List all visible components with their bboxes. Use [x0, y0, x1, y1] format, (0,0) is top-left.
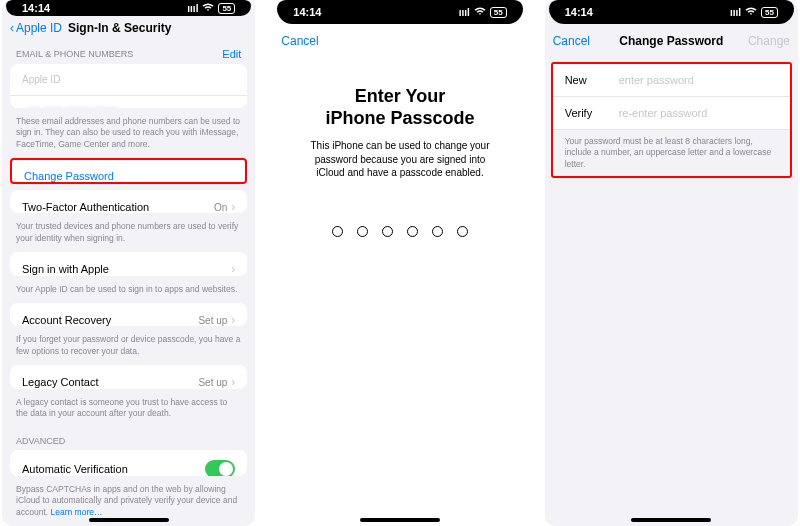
recovery-desc: If you forget your password or device pa… [2, 332, 255, 365]
cancel-button[interactable]: Cancel [281, 34, 318, 48]
back-button[interactable]: ‹ Apple ID [10, 21, 62, 35]
legacy-row[interactable]: Legacy Contact Set up› [10, 365, 247, 388]
autoverify-card: Automatic Verification [10, 450, 247, 476]
wifi-icon [474, 7, 486, 18]
password-form: New Verify Your password must be at leas… [551, 62, 792, 178]
status-time: 14:14 [22, 2, 50, 14]
siwa-desc: Your Apple ID can be used to sign in to … [2, 282, 255, 303]
signal-icon: ıııl [187, 3, 198, 14]
verify-password-row: Verify [553, 97, 790, 130]
change-password-label: Change Password [24, 170, 114, 182]
legacy-card: Legacy Contact Set up› [10, 365, 247, 388]
passcode-dot [357, 226, 368, 237]
recovery-card: Account Recovery Set up› [10, 303, 247, 326]
legacy-desc: A legacy contact is someone you trust to… [2, 395, 255, 428]
status-icons: ıııl 55 [459, 7, 507, 18]
legacy-value: Set up [198, 377, 227, 388]
new-label: New [565, 74, 619, 86]
phone-enter-passcode: 14:14 ıııl 55 Cancel Enter Your iPhone P… [273, 0, 526, 526]
autoverify-label: Automatic Verification [22, 463, 128, 475]
battery-icon: 55 [761, 7, 778, 18]
new-password-input[interactable] [619, 74, 778, 86]
two-factor-value: On [214, 202, 227, 213]
section-header-label: EMAIL & PHONE NUMBERS [16, 49, 133, 59]
signal-icon: ıııl [730, 7, 741, 18]
change-action[interactable]: Change [748, 34, 790, 48]
apple-id-label: Apple ID [22, 74, 60, 85]
chevron-right-icon: › [231, 313, 235, 326]
section-header-advanced: ADVANCED [2, 428, 255, 450]
home-indicator[interactable] [360, 518, 440, 522]
nav-bar: Cancel Change Password Change [545, 24, 798, 58]
status-time: 14:14 [565, 6, 593, 18]
two-factor-label: Two-Factor Authentication [22, 201, 149, 213]
autoverify-toggle[interactable] [205, 460, 235, 476]
verify-label: Verify [565, 107, 619, 119]
autoverify-desc-text: Bypass CAPTCHAs in apps and on the web b… [16, 484, 237, 517]
new-password-row: New [553, 64, 790, 97]
phone-row[interactable]: +## ### #### #### [10, 95, 247, 108]
siwa-label: Sign in with Apple [22, 263, 109, 275]
recovery-value: Set up [198, 315, 227, 326]
status-icons: ıııl 55 [187, 3, 235, 14]
password-requirements: Your password must be at least 8 charact… [553, 130, 790, 170]
status-bar: 14:14 ıııl 55 [6, 0, 251, 16]
status-time: 14:14 [293, 6, 321, 18]
advanced-label: ADVANCED [16, 436, 65, 446]
verify-password-input[interactable] [619, 107, 778, 119]
passcode-dot [332, 226, 343, 237]
nav-bar: ‹ Apple ID Sign-In & Security [2, 16, 255, 39]
phone-value: +## ### #### #### [22, 106, 117, 108]
change-password-button[interactable]: Change Password [12, 160, 245, 184]
two-factor-row[interactable]: Two-Factor Authentication On› [10, 190, 247, 213]
autoverify-row: Automatic Verification [10, 450, 247, 476]
battery-icon: 55 [218, 3, 235, 14]
passcode-dots[interactable] [273, 226, 526, 237]
status-bar: 14:14 ıııl 55 [277, 0, 522, 24]
change-password-card: Change Password [10, 158, 247, 184]
passcode-desc: This iPhone can be used to change your p… [273, 139, 526, 180]
apple-id-row[interactable]: Apple ID [10, 64, 247, 95]
title-line-1: Enter Your [355, 86, 445, 106]
passcode-dot [432, 226, 443, 237]
passcode-dot [382, 226, 393, 237]
chevron-left-icon: ‹ [10, 21, 14, 35]
battery-icon: 55 [490, 7, 507, 18]
wifi-icon [745, 7, 757, 18]
recovery-label: Account Recovery [22, 314, 111, 326]
status-bar: 14:14 ıııl 55 [549, 0, 794, 24]
cancel-button[interactable]: Cancel [553, 34, 590, 48]
signal-icon: ıııl [459, 7, 470, 18]
two-factor-card: Two-Factor Authentication On› [10, 190, 247, 213]
home-indicator[interactable] [89, 518, 169, 522]
edit-button[interactable]: Edit [222, 48, 241, 60]
chevron-right-icon: › [231, 375, 235, 388]
chevron-right-icon: › [231, 262, 235, 275]
chevron-right-icon: › [231, 200, 235, 213]
phone-change-password: 14:14 ıııl 55 Cancel Change Password Cha… [545, 0, 798, 526]
passcode-dot [407, 226, 418, 237]
passcode-dot [457, 226, 468, 237]
passcode-title: Enter Your iPhone Passcode [273, 58, 526, 139]
nav-bar: Cancel [273, 24, 526, 58]
back-label: Apple ID [16, 21, 62, 35]
email-card: Apple ID +## ### #### #### [10, 64, 247, 108]
two-factor-desc: Your trusted devices and phone numbers a… [2, 219, 255, 252]
siwa-row[interactable]: Sign in with Apple › [10, 252, 247, 275]
page-title: Sign-In & Security [68, 21, 171, 35]
title-line-2: iPhone Passcode [325, 108, 474, 128]
status-icons: ıııl 55 [730, 7, 778, 18]
home-indicator[interactable] [631, 518, 711, 522]
section-header-email: EMAIL & PHONE NUMBERS Edit [2, 40, 255, 64]
phone-signin-security: 14:14 ıııl 55 ‹ Apple ID Sign-In & Secur… [2, 0, 255, 526]
recovery-row[interactable]: Account Recovery Set up› [10, 303, 247, 326]
learn-more-link[interactable]: Learn more… [51, 507, 103, 517]
wifi-icon [202, 3, 214, 14]
siwa-card: Sign in with Apple › [10, 252, 247, 275]
email-desc: These email addresses and phone numbers … [2, 114, 255, 158]
legacy-label: Legacy Contact [22, 376, 98, 388]
